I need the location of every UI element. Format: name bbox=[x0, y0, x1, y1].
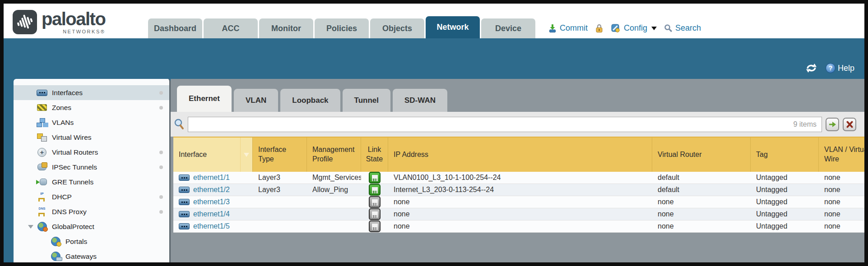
sidebar-item-ipsec-tunnels[interactable]: IPSec Tunnels bbox=[14, 160, 169, 174]
primary-nav: DashboardACCMonitorPoliciesObjectsNetwor… bbox=[148, 4, 535, 38]
sidebar-item-interfaces[interactable]: Interfaces bbox=[14, 85, 169, 100]
help-button[interactable]: ? Help bbox=[826, 63, 854, 73]
nav-tab-policies[interactable]: Policies bbox=[315, 18, 369, 38]
nav-tab-monitor[interactable]: Monitor bbox=[259, 18, 313, 38]
status-dot bbox=[159, 151, 163, 154]
sidebar-item-globalprotect[interactable]: GlobalProtect bbox=[14, 219, 169, 234]
cell-tag: Untagged bbox=[751, 208, 819, 220]
column-header-label: Interface bbox=[179, 150, 207, 160]
tab-vlan[interactable]: VLAN bbox=[234, 89, 278, 112]
tab-sd-wan[interactable]: SD-WAN bbox=[393, 89, 447, 112]
cell-ip-address: none bbox=[388, 208, 652, 220]
ethernet-port-icon bbox=[37, 90, 47, 96]
vlans-icon bbox=[36, 118, 48, 127]
link-state-up-icon bbox=[369, 184, 381, 196]
sidebar-item-virtual-routers[interactable]: Virtual Routers bbox=[14, 145, 169, 160]
cell-management-profile: Allow_Ping bbox=[307, 184, 361, 196]
sidebar-item-virtual-wires[interactable]: Virtual Wires bbox=[14, 130, 169, 145]
ethernet-port-icon bbox=[179, 187, 190, 193]
cell-vlan-virtual-wire: none bbox=[819, 184, 864, 196]
globalprotect-icon bbox=[36, 222, 48, 231]
cell-link-state bbox=[361, 208, 388, 220]
cell-virtual-router: none bbox=[652, 208, 751, 220]
sidebar-item-gre-tunnels[interactable]: GRE Tunnels bbox=[14, 174, 169, 189]
table-row: ethernet1/5nonenoneUntaggednone bbox=[173, 220, 864, 233]
column-header-interface[interactable]: Interface bbox=[173, 138, 253, 172]
ipsec-tunnels-icon bbox=[36, 163, 48, 172]
nav-tab-device[interactable]: Device bbox=[481, 18, 535, 38]
lock-icon[interactable] bbox=[595, 23, 603, 33]
status-dot bbox=[159, 165, 163, 169]
interface-link[interactable]: ethernet1/5 bbox=[193, 222, 230, 230]
ethernet-port-icon bbox=[179, 223, 190, 229]
column-header-ip-address[interactable]: IP Address bbox=[388, 138, 652, 172]
red-x-icon bbox=[846, 121, 854, 128]
sidebar-item-label: GlobalProtect bbox=[52, 223, 169, 231]
interface-link[interactable]: ethernet1/1 bbox=[193, 174, 230, 182]
interfaces-table: InterfaceInterface TypeManagement Profil… bbox=[173, 137, 864, 262]
commit-icon bbox=[548, 24, 557, 33]
column-header-label: Tag bbox=[756, 150, 768, 160]
interface-link[interactable]: ethernet1/4 bbox=[193, 210, 230, 218]
nav-tab-dashboard[interactable]: Dashboard bbox=[148, 18, 202, 38]
filter-input-wrap: 9 items bbox=[188, 117, 822, 132]
column-header-label: Virtual Router bbox=[658, 150, 702, 160]
link-state-up-icon bbox=[369, 172, 381, 183]
cell-virtual-router: none bbox=[652, 196, 751, 208]
column-header-link-state[interactable]: Link State bbox=[361, 138, 388, 172]
search-button[interactable]: Search bbox=[664, 23, 701, 33]
nav-tab-network[interactable]: Network bbox=[426, 16, 480, 38]
column-header-label: IP Address bbox=[394, 150, 428, 160]
sidebar-item-label: Interfaces bbox=[52, 89, 159, 97]
sidebar-item-dns-proxy[interactable]: DNSDNS Proxy bbox=[14, 204, 169, 219]
column-header-interface-type[interactable]: Interface Type bbox=[253, 138, 307, 172]
interface-link[interactable]: ethernet1/2 bbox=[193, 186, 230, 194]
table-body: ethernet1/1Layer3Mgmt_ServicesVLAN0100_L… bbox=[173, 172, 864, 233]
sidebar-item-vlans[interactable]: VLANs bbox=[14, 115, 169, 130]
cell-interface-type bbox=[253, 208, 307, 220]
left-gutter bbox=[4, 79, 14, 262]
column-header-vlan-virtual-wire[interactable]: VLAN / Virtual Wire bbox=[819, 138, 864, 172]
help-icon: ? bbox=[826, 63, 836, 73]
filter-magnifier-icon bbox=[173, 119, 184, 130]
cell-management-profile bbox=[307, 208, 361, 220]
column-header-label: Interface Type bbox=[258, 145, 301, 164]
brand-text: paloalto NETWORKS® bbox=[42, 10, 105, 34]
tab-ethernet[interactable]: Ethernet bbox=[177, 86, 232, 112]
config-button[interactable]: Config bbox=[611, 23, 657, 33]
sidebar-item-label: IPSec Tunnels bbox=[52, 163, 159, 171]
cell-tag: Untagged bbox=[751, 172, 819, 183]
sidebar-item-gateways[interactable]: Gateways bbox=[14, 249, 169, 262]
tab-loopback[interactable]: Loopback bbox=[280, 89, 340, 112]
search-icon bbox=[664, 24, 673, 32]
column-header-tag[interactable]: Tag bbox=[751, 138, 819, 172]
sidebar-item-label: VLANs bbox=[52, 119, 169, 127]
column-header-management-profile[interactable]: Management Profile bbox=[307, 138, 361, 172]
sidebar-item-label: GRE Tunnels bbox=[52, 178, 169, 186]
sidebar-item-dhcp[interactable]: IPDHCP bbox=[14, 189, 169, 204]
sidebar-item-zones[interactable]: Zones bbox=[14, 100, 169, 115]
sidebar-item-portals[interactable]: Portals bbox=[14, 234, 169, 249]
page-body: InterfacesZonesVLANsVirtual WiresVirtual… bbox=[4, 79, 864, 262]
commit-label: Commit bbox=[560, 23, 588, 33]
cell-ip-address: none bbox=[388, 196, 652, 208]
refresh-icon[interactable] bbox=[805, 63, 817, 73]
expander-icon[interactable] bbox=[28, 225, 36, 229]
paloalto-brand: paloalto NETWORKS® bbox=[13, 10, 148, 34]
cell-management-profile bbox=[307, 220, 361, 232]
tab-tunnel[interactable]: Tunnel bbox=[343, 89, 390, 112]
commit-button[interactable]: Commit bbox=[548, 23, 588, 33]
zones-icon bbox=[36, 103, 48, 112]
cell-interface-type: Layer3 bbox=[253, 184, 307, 196]
apply-filter-button[interactable] bbox=[826, 118, 839, 131]
clear-filter-button[interactable] bbox=[843, 118, 856, 131]
filter-input[interactable] bbox=[188, 117, 822, 132]
column-header-virtual-router[interactable]: Virtual Router bbox=[652, 138, 751, 172]
sidebar-item-label: Virtual Routers bbox=[52, 148, 159, 156]
interface-link[interactable]: ethernet1/3 bbox=[193, 198, 230, 206]
column-menu-button[interactable] bbox=[240, 138, 252, 172]
table-row: ethernet1/2Layer3Allow_PingInternet_L3_2… bbox=[173, 184, 864, 196]
nav-tab-acc[interactable]: ACC bbox=[204, 18, 258, 38]
sidebar-item-label: DHCP bbox=[52, 193, 159, 201]
nav-tab-objects[interactable]: Objects bbox=[370, 18, 424, 38]
